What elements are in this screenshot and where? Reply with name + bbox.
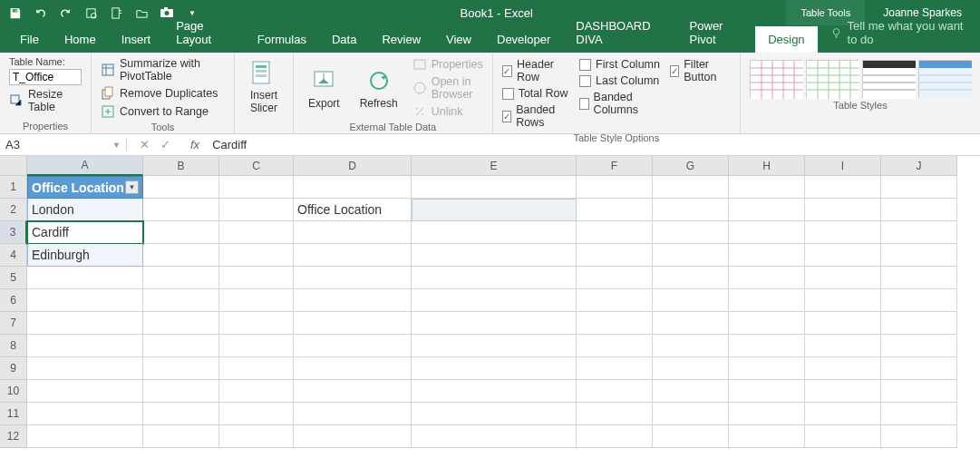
cell-A5[interactable] <box>27 267 143 289</box>
export-button[interactable]: Export <box>303 56 345 120</box>
cell-I10[interactable] <box>805 380 881 403</box>
open-icon[interactable] <box>134 5 149 20</box>
cell-E1[interactable] <box>412 176 577 199</box>
cell-C5[interactable] <box>219 267 294 289</box>
cell-B12[interactable] <box>143 425 219 448</box>
row-header-1[interactable]: 1 <box>0 176 27 199</box>
cell-E12[interactable] <box>412 425 577 448</box>
print-preview-icon[interactable] <box>83 5 98 20</box>
cell-G1[interactable] <box>653 176 729 199</box>
styles-gallery[interactable] <box>750 56 971 98</box>
enter-icon[interactable]: ✓ <box>160 138 170 151</box>
cell-I11[interactable] <box>805 403 881 425</box>
cell-I1[interactable] <box>805 176 881 199</box>
redo-icon[interactable] <box>58 5 73 20</box>
cell-C3[interactable] <box>219 221 294 244</box>
cell-F3[interactable] <box>577 221 653 244</box>
cell-A11[interactable] <box>27 403 143 425</box>
cell-G11[interactable] <box>653 403 729 425</box>
cell-E7[interactable] <box>412 312 577 335</box>
cell-F10[interactable] <box>577 380 653 403</box>
cell-F4[interactable] <box>577 244 653 267</box>
cell-I2[interactable] <box>805 199 881 221</box>
style-thumb-1[interactable] <box>750 60 802 98</box>
cell-J5[interactable] <box>881 267 957 289</box>
cell-A4[interactable]: Edinburgh <box>27 244 143 267</box>
cell-E3[interactable] <box>412 221 577 244</box>
cell-G10[interactable] <box>653 380 729 403</box>
col-header-E[interactable]: E <box>412 156 577 176</box>
filter-button-checkbox[interactable]: ✓Filter Button <box>670 56 731 85</box>
cell-J4[interactable] <box>881 244 957 267</box>
resize-table-button[interactable]: Resize Table <box>9 87 82 114</box>
cell-J11[interactable] <box>881 403 957 425</box>
col-header-A[interactable]: A <box>27 156 143 176</box>
cell-C12[interactable] <box>219 425 294 448</box>
cell-G12[interactable] <box>653 425 729 448</box>
cell-H3[interactable] <box>729 221 805 244</box>
col-header-J[interactable]: J <box>881 156 957 176</box>
last-column-checkbox[interactable]: Last Column <box>579 73 661 89</box>
cell-H2[interactable] <box>729 199 805 221</box>
cell-B4[interactable] <box>143 244 219 267</box>
cell-I12[interactable] <box>805 425 881 448</box>
cell-C7[interactable] <box>219 312 294 335</box>
tab-page-layout[interactable]: Page Layout <box>163 13 245 53</box>
cell-I5[interactable] <box>805 267 881 289</box>
col-header-G[interactable]: G <box>653 156 729 176</box>
cell-B10[interactable] <box>143 380 219 403</box>
cell-A7[interactable] <box>27 312 143 335</box>
cell-I7[interactable] <box>805 312 881 335</box>
cell-G4[interactable] <box>653 244 729 267</box>
cell-A6[interactable] <box>27 289 143 312</box>
cell-J3[interactable] <box>881 221 957 244</box>
cell-I9[interactable] <box>805 357 881 380</box>
open-browser-button[interactable]: Open in Browser <box>412 74 483 102</box>
cell-G3[interactable] <box>653 221 729 244</box>
cell-F7[interactable] <box>577 312 653 335</box>
cell-G8[interactable] <box>653 335 729 357</box>
row-header-2[interactable]: 2 <box>0 199 27 221</box>
tab-formulas[interactable]: Formulas <box>245 26 319 53</box>
cell-D12[interactable] <box>294 425 412 448</box>
insert-slicer-button[interactable]: Insert Slicer <box>244 56 284 116</box>
cell-B3[interactable] <box>143 221 219 244</box>
cell-F5[interactable] <box>577 267 653 289</box>
remove-duplicates-button[interactable]: Remove Duplicates <box>101 85 225 102</box>
cell-H4[interactable] <box>729 244 805 267</box>
style-thumb-4[interactable] <box>918 60 971 98</box>
convert-range-button[interactable]: Convert to Range <box>101 103 225 120</box>
cell-G7[interactable] <box>653 312 729 335</box>
cell-J6[interactable] <box>881 289 957 312</box>
cell-E4[interactable] <box>412 244 577 267</box>
tab-insert[interactable]: Insert <box>109 26 164 53</box>
tab-view[interactable]: View <box>433 26 484 53</box>
cell-J2[interactable] <box>881 199 957 221</box>
tab-data[interactable]: Data <box>319 26 369 53</box>
cell-G5[interactable] <box>653 267 729 289</box>
cell-J12[interactable] <box>881 425 957 448</box>
cell-H6[interactable] <box>729 289 805 312</box>
row-header-10[interactable]: 10 <box>0 380 27 403</box>
cell-A1[interactable]: Office Location▼ <box>27 176 143 199</box>
cell-I3[interactable] <box>805 221 881 244</box>
cell-C8[interactable] <box>219 335 294 357</box>
undo-icon[interactable] <box>33 5 47 20</box>
cell-D1[interactable] <box>294 176 412 199</box>
name-box-dropdown-icon[interactable]: ▼ <box>112 141 121 150</box>
cell-H12[interactable] <box>729 425 805 448</box>
summarize-pivot-button[interactable]: Summarize with PivotTable <box>101 56 225 83</box>
cell-B6[interactable] <box>143 289 219 312</box>
cell-A10[interactable] <box>27 380 143 403</box>
col-header-H[interactable]: H <box>729 156 805 176</box>
cell-C6[interactable] <box>219 289 294 312</box>
first-column-checkbox[interactable]: First Column <box>579 56 661 73</box>
save-icon[interactable] <box>7 5 22 20</box>
col-header-I[interactable]: I <box>805 156 881 176</box>
select-all-corner[interactable] <box>0 156 27 176</box>
style-thumb-2[interactable] <box>806 60 859 98</box>
properties-button[interactable]: Properties <box>412 56 483 73</box>
cell-H10[interactable] <box>729 380 805 403</box>
cell-D8[interactable] <box>294 335 412 357</box>
row-header-12[interactable]: 12 <box>0 425 27 448</box>
